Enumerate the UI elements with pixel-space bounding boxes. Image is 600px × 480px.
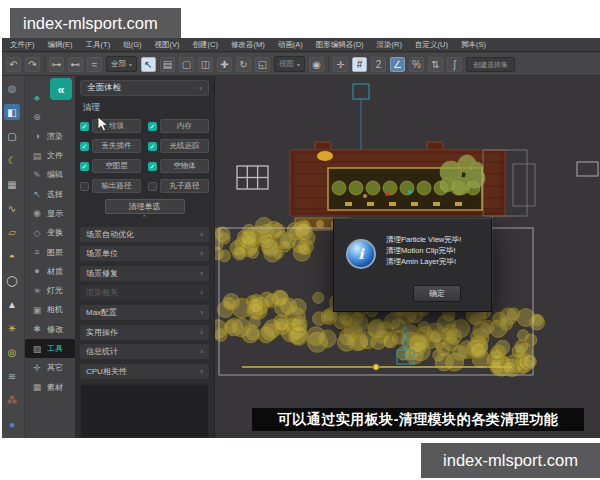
collapse-caret-icon[interactable]: ⌃ — [80, 215, 209, 222]
nav-icon-2: ✎ — [31, 170, 43, 180]
cleanup-button-7[interactable]: 丸子路径 — [160, 179, 209, 193]
ok-button[interactable]: 确定 — [413, 285, 461, 302]
cleanup-button-4[interactable]: 空图层 — [92, 159, 141, 173]
gear-icon-row[interactable]: ⊛ — [25, 107, 75, 126]
percent-snap-icon[interactable]: % — [409, 57, 424, 72]
checkbox-unchecked-icon[interactable] — [148, 182, 157, 191]
nav-item-工具[interactable]: ▨工具 — [25, 339, 75, 358]
keyboard-override-icon[interactable]: # — [352, 57, 367, 72]
cleanup-option-6: 输出路径 — [80, 179, 141, 193]
menu-item-8[interactable]: 图形编辑器(D) — [316, 40, 364, 50]
checkbox-unchecked-icon[interactable] — [80, 182, 89, 191]
nav-item-文件[interactable]: ▤文件 — [25, 146, 75, 165]
cleanup-button-2[interactable]: 丢失插件 — [92, 139, 141, 153]
menu-item-2[interactable]: 工具(T) — [86, 40, 111, 50]
menu-item-5[interactable]: 创建(C) — [193, 40, 218, 50]
checkbox-checked-icon[interactable]: ✓ — [148, 122, 157, 131]
grid-icon[interactable]: ▦ — [4, 176, 20, 192]
nav-item-素材[interactable]: ▦素材 — [25, 377, 75, 396]
panel-section-1[interactable]: 场景单位› — [80, 246, 209, 261]
bind-to-spacewarp-icon[interactable]: ≈ — [87, 57, 102, 72]
donut-icon[interactable]: ◎ — [4, 344, 20, 360]
scene-icon[interactable]: ◍ — [4, 80, 20, 96]
select-by-name-icon[interactable]: ▤ — [160, 57, 175, 72]
waves-icon[interactable]: ≋ — [4, 368, 20, 384]
rotate-icon[interactable]: ↻ — [236, 57, 251, 72]
caption-text: 可以通过实用板块-清理模块的各类清理功能 — [278, 411, 559, 429]
square-icon[interactable]: ▢ — [4, 128, 20, 144]
menu-item-1[interactable]: 编辑(E) — [48, 40, 73, 50]
selection-filter-dropdown-label: 全部 — [111, 59, 126, 69]
select-object-icon[interactable]: ↖ — [141, 57, 156, 72]
cleanup-button-3[interactable]: 光线追踪 — [160, 139, 209, 153]
folder-icon[interactable]: ▱ — [4, 224, 20, 240]
ref-coord-dropdown[interactable]: 视图▾ — [274, 56, 305, 72]
panel-section-4[interactable]: Max配置› — [80, 305, 209, 320]
menu-item-0[interactable]: 文件(F) — [10, 40, 35, 50]
nav-item-变换[interactable]: ◇变换 — [25, 223, 75, 242]
edit-named-selections-icon[interactable]: ʃ — [447, 57, 462, 72]
sun-icon[interactable]: ☀ — [4, 320, 20, 336]
panel-section-3[interactable]: 渲染相关› — [80, 285, 209, 300]
undo-icon[interactable]: ↶ — [6, 57, 21, 72]
select-and-manipulate-icon[interactable]: ✛ — [333, 57, 348, 72]
cleanup-button-1[interactable]: 内存 — [160, 119, 209, 133]
nav-item-材质[interactable]: ●材质 — [25, 262, 75, 281]
panel-section-label-2: 场景修复 — [86, 268, 118, 279]
chevron-right-icon: › — [200, 328, 203, 337]
nav-item-显示[interactable]: ◉显示 — [25, 204, 75, 223]
menu-item-10[interactable]: 自定义(U) — [415, 40, 448, 50]
nav-item-渲染[interactable]: ◑渲染 — [25, 127, 75, 146]
crescent-icon[interactable]: ☾ — [4, 152, 20, 168]
nav-label-5: 变换 — [47, 227, 63, 238]
menu-item-4[interactable]: 视图(V) — [155, 40, 180, 50]
clean-selected-button[interactable]: 清理单选 — [105, 199, 185, 214]
redo-icon[interactable]: ↷ — [25, 57, 40, 72]
select-and-link-icon[interactable]: ⊶ — [49, 57, 64, 72]
nav-item-选择[interactable]: ↖选择 — [25, 184, 75, 203]
nav-item-其它[interactable]: ✛其它 — [25, 358, 75, 377]
menu-item-9[interactable]: 渲染(R) — [377, 40, 402, 50]
selection-filter-dropdown[interactable]: 全部▾ — [106, 56, 137, 72]
ring-icon[interactable]: ◯ — [4, 272, 20, 288]
menu-item-7[interactable]: 动画(A) — [278, 40, 303, 50]
dome-icon[interactable]: ◓ — [4, 248, 20, 264]
triangle-icon[interactable]: ▲ — [4, 296, 20, 312]
cleanup-button-6[interactable]: 输出路径 — [92, 179, 141, 193]
nav-item-相机[interactable]: ▣相机 — [25, 300, 75, 319]
checkbox-checked-icon[interactable]: ✓ — [148, 162, 157, 171]
panel-section-5[interactable]: 实用操作› — [80, 325, 209, 340]
nav-item-编辑[interactable]: ✎编辑 — [25, 165, 75, 184]
use-pivot-icon[interactable]: ◉ — [309, 57, 324, 72]
angle-snap-icon[interactable]: ∠ — [390, 57, 405, 72]
panel-section-6[interactable]: 信息统计› — [80, 344, 209, 359]
curve-icon[interactable]: ∿ — [4, 200, 20, 216]
named-selection-field[interactable]: 创建选择集 — [466, 57, 515, 72]
panel-header-full-checkup[interactable]: 全面体检 › — [80, 80, 209, 96]
nav-item-灯光[interactable]: ☀灯光 — [25, 281, 75, 300]
checkbox-checked-icon[interactable]: ✓ — [80, 162, 89, 171]
checkbox-checked-icon[interactable]: ✓ — [148, 142, 157, 151]
panel-section-2[interactable]: 场景修复› — [80, 266, 209, 281]
menu-item-11[interactable]: 脚本(S) — [461, 40, 486, 50]
move-icon[interactable]: ✚ — [217, 57, 232, 72]
nav-item-修改[interactable]: ✱修改 — [25, 320, 75, 339]
panel-section-7[interactable]: CPU相关性› — [80, 364, 209, 379]
cleanup-button-5[interactable]: 空物体 — [160, 159, 209, 173]
menu-item-3[interactable]: 组(G) — [123, 40, 141, 50]
panel-section-0[interactable]: 场景自动优化› — [80, 227, 209, 242]
window-crossing-icon[interactable]: ◫ — [198, 57, 213, 72]
molecule-icon[interactable]: ⁂ — [4, 392, 20, 408]
active-tool-icon[interactable]: ◧ — [4, 104, 20, 120]
checkbox-checked-icon[interactable]: ✓ — [80, 142, 89, 151]
menu-item-6[interactable]: 修改器(M) — [231, 40, 265, 50]
checkbox-checked-icon[interactable]: ✓ — [80, 122, 89, 131]
scale-icon[interactable]: ◱ — [255, 57, 270, 72]
unlink-selection-icon[interactable]: ⊷ — [68, 57, 83, 72]
nav-item-图层[interactable]: ≡图层 — [25, 242, 75, 261]
cleanup-option-2: ✓丢失插件 — [80, 139, 141, 153]
spinner-snap-icon[interactable]: ⇅ — [428, 57, 443, 72]
sphere-icon[interactable]: ● — [4, 416, 20, 432]
rect-selection-region-icon[interactable]: ▢ — [179, 57, 194, 72]
snap-toggle-icon[interactable]: 2 — [371, 57, 386, 72]
